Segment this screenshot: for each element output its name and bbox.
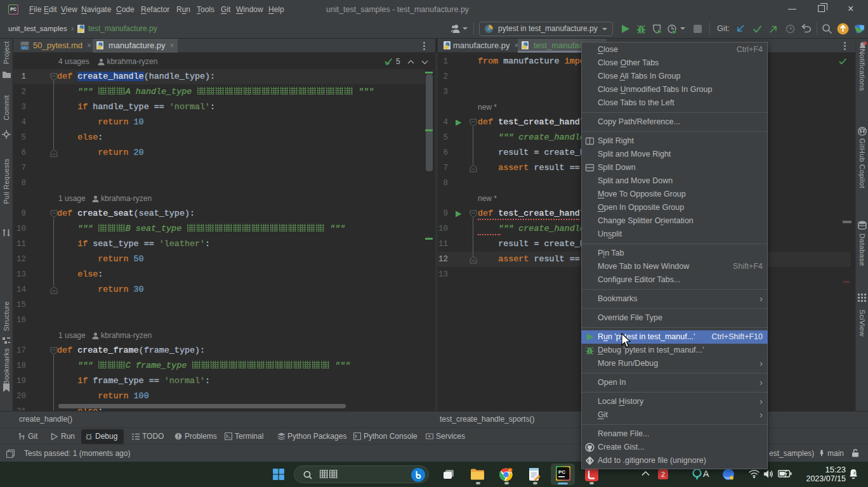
svg-text:PC: PC <box>558 469 565 475</box>
svg-text:k: k <box>509 469 511 472</box>
svg-text:MD: MD <box>22 46 29 50</box>
svg-text:z: z <box>853 471 856 475</box>
